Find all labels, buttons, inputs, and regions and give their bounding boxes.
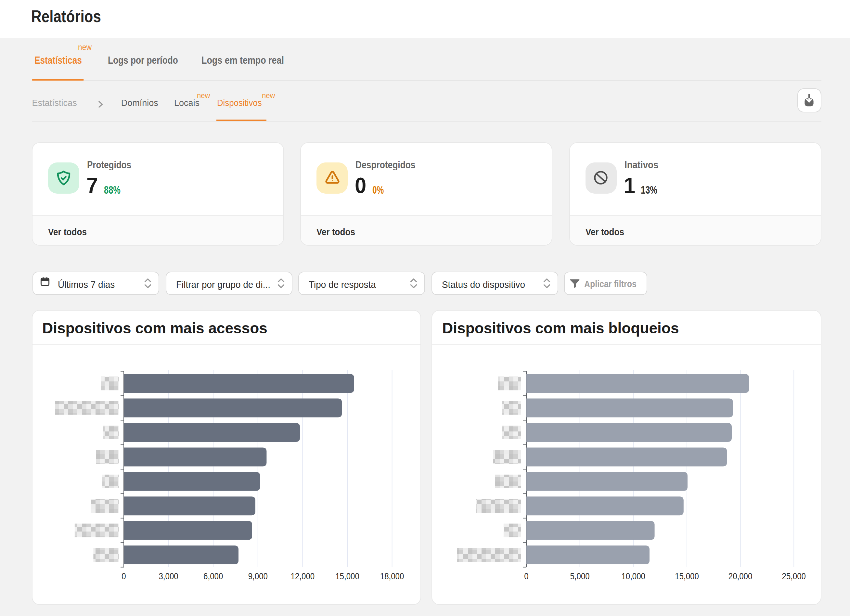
svg-text:20,000: 20,000 bbox=[729, 571, 753, 581]
svg-text:5,000: 5,000 bbox=[570, 571, 590, 581]
svg-text:10,000: 10,000 bbox=[621, 571, 645, 581]
svg-text:15,000: 15,000 bbox=[335, 571, 359, 581]
svg-text:0: 0 bbox=[524, 571, 528, 581]
svg-text:3,000: 3,000 bbox=[159, 571, 178, 581]
svg-text:25,000: 25,000 bbox=[782, 571, 806, 581]
svg-text:18,000: 18,000 bbox=[380, 571, 404, 581]
svg-text:9,000: 9,000 bbox=[248, 571, 268, 581]
svg-text:6,000: 6,000 bbox=[203, 571, 223, 581]
svg-text:12,000: 12,000 bbox=[290, 571, 314, 581]
svg-text:15,000: 15,000 bbox=[675, 571, 699, 581]
svg-text:0: 0 bbox=[121, 571, 126, 581]
